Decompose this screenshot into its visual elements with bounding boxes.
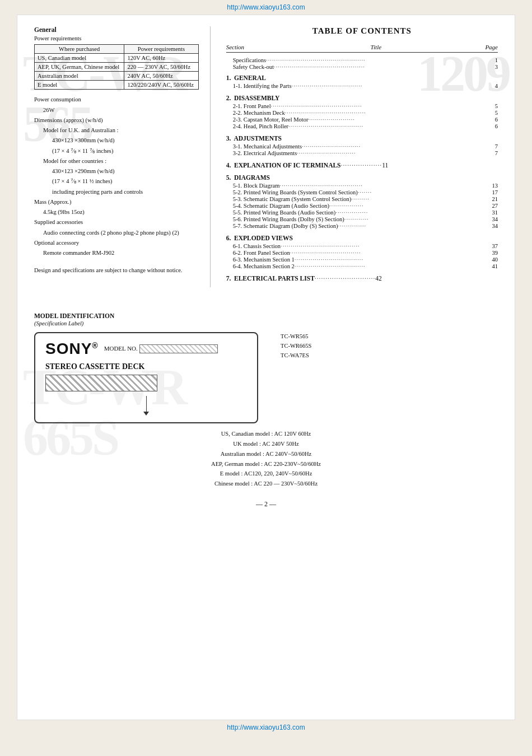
toc-item: 5-2. Printed Wiring Boards (System Contr…	[226, 189, 498, 195]
toc-item-label: 2-3. Capstan Motor, Reel Motor	[233, 116, 309, 123]
toc-item-label: 5-4. Schematic Diagram (Audio Section)	[233, 203, 329, 209]
spec-list-item: Australian model : AC 240V~50/60Hz	[34, 449, 498, 459]
toc-item: 2-3. Capstan Motor, Reel Motor ·········…	[226, 116, 498, 123]
dim-other-val2: (17 × 4 ⁷⁄₈ × 11 ½ inches)	[34, 177, 199, 186]
toc-section-number: 6.	[226, 235, 231, 241]
toc-item: 6-1. Chassis Section ···················…	[226, 243, 498, 249]
toc-item-page: 37	[487, 243, 498, 249]
power-req-heading: Power requirements	[34, 34, 199, 43]
toc-item-dots: ·················	[329, 203, 487, 209]
toc-section-number: 5.	[226, 174, 231, 181]
dim-other-label: Model for other countries :	[34, 157, 199, 166]
toc-section-number: 3.	[226, 135, 231, 142]
barcode-box	[45, 375, 157, 391]
toc-item-dots: ········································…	[279, 183, 487, 189]
toc-section-page: 11	[382, 162, 388, 169]
spec-list-item: UK model : AC 240V 50Hz	[34, 439, 498, 449]
toc-item-dots: ··············	[338, 223, 487, 229]
model-id-subtitle: (Specification Label)	[34, 320, 498, 326]
table-cell: AEP, UK, German, Chinese model	[35, 63, 124, 72]
model-box: SONY® MODEL NO. STEREO CASSETTE DECK	[34, 332, 258, 423]
toc-item: 5-1. Block Diagram······················…	[226, 183, 498, 189]
dim-note: including projecting parts and controls	[34, 188, 199, 197]
toc-item-page: 40	[487, 256, 498, 263]
table-cell: 120/220/240V AC, 50/60Hz	[124, 81, 198, 90]
toc-section: 3. ADJUSTMENTS3-1. Mechanical Adjustment…	[226, 135, 498, 156]
model-variant-item: TC-WA7ES	[281, 351, 311, 361]
toc-section-header: 2. DISASSEMBLY	[226, 95, 498, 101]
toc-item-label: 5-3. Schematic Diagram (System Control S…	[233, 196, 352, 202]
toc-item-label: 5-6. Printed Wiring Boards (Dolby (S) Se…	[233, 216, 344, 222]
optional-label: Optional accessory	[34, 239, 199, 248]
model-variant-item: TC-WR565	[281, 332, 311, 342]
toc-section: 4. EXPLANATION OF IC TERMINALS··········…	[226, 162, 498, 169]
toc-entry-page: 1	[487, 57, 498, 63]
toc-col-title: Title	[271, 44, 481, 50]
toc-section: 6. EXPLODED VIEWS6-1. Chassis Section ··…	[226, 235, 498, 269]
toc-section-number: 7.	[226, 275, 231, 282]
model-variant-item: TC-WR665S	[281, 342, 311, 351]
toc-item: 3-1. Mechanical Adjustments·············…	[226, 143, 498, 150]
toc-item-page: 39	[487, 250, 498, 256]
toc-header-row: Section Title Page	[226, 44, 498, 53]
table-cell: Australian model	[35, 72, 124, 81]
left-column: General Power requirements Where purchas…	[34, 26, 211, 287]
toc-section-header: 1. GENERAL	[226, 74, 498, 81]
toc-item: 5-3. Schematic Diagram (System Control S…	[226, 196, 498, 202]
toc-section-title: ELECTRICAL PARTS LIST	[234, 275, 315, 282]
model-id-section: MODEL IDENTIFICATION (Specification Labe…	[34, 304, 498, 489]
table-cell: US, Canadian model	[35, 54, 124, 63]
toc-item-dots: ·········	[351, 196, 487, 202]
toc-section-title: GENERAL	[234, 74, 266, 81]
toc-item-dots: ················	[335, 209, 487, 216]
model-spec-list: US, Canadian model : AC 120V 60HzUK mode…	[34, 429, 498, 489]
toc-section-title: DIAGRAMS	[234, 174, 270, 181]
toc-section-title: DISASSEMBLY	[234, 95, 279, 101]
spec-list-item: E model : AC120, 220, 240V~50/60Hz	[34, 469, 498, 479]
toc-item-page: 21	[487, 196, 498, 202]
spec-list-item: Chinese model : AC 220 — 230V~50/60Hz	[34, 479, 498, 489]
sony-r-mark: ®	[92, 341, 98, 350]
spec-list-item: AEP, German model : AC 220-230V~50/60Hz	[34, 459, 498, 469]
toc-item-page: 5	[487, 103, 498, 109]
toc-section-number: 4.	[226, 162, 231, 169]
toc-plain-entry: Specifications··························…	[226, 57, 498, 63]
table-cell: E model	[35, 81, 124, 90]
dimensions-label: Dimensions (approx) (w/h/d)	[34, 116, 199, 125]
toc-item-label: 6-1. Chassis Section	[233, 243, 281, 249]
toc-item-page: 34	[487, 223, 498, 229]
toc-item-label: 5-1. Block Diagram	[233, 183, 280, 189]
mass-val: 4.5kg (9lbs 15oz)	[34, 208, 199, 217]
toc-section-page: 42	[375, 275, 382, 282]
model-variants: TC-WR565TC-WR665STC-WA7ES	[281, 332, 311, 360]
toc-item: 2-4. Head, Pinch Roller·················…	[226, 123, 498, 129]
supplied-label: Supplied accessories	[34, 218, 199, 227]
toc-col-section: Section	[226, 44, 271, 50]
toc-section-dots: ···················	[341, 162, 382, 169]
toc-section-number: 1.	[226, 74, 231, 81]
toc-entry-label: Safety Check-out	[233, 64, 274, 70]
toc-item-label: 1-1. Identifying the Parts	[233, 83, 292, 89]
toc-item-dots: ·····························	[302, 143, 487, 150]
toc-section: 7. ELECTRICAL PARTS LIST················…	[226, 275, 498, 282]
power-table: Where purchased Power requirements US, C…	[34, 44, 199, 90]
arrow-vert	[146, 396, 147, 412]
toc-item: 5-6. Printed Wiring Boards (Dolby (S) Se…	[226, 216, 498, 222]
spec-list-item: US, Canadian model : AC 120V 60Hz	[34, 429, 498, 439]
sony-logo: SONY®	[45, 340, 99, 358]
arrow-head	[143, 412, 149, 416]
toc-item-dots: ···································	[295, 263, 487, 269]
toc-item-label: 3-2. Electrical Adjustments	[233, 150, 297, 156]
toc-section: 1. GENERAL1-1. Identifying the Parts ···…	[226, 74, 498, 89]
toc-section-header: 6. EXPLODED VIEWS	[226, 235, 498, 241]
toc-item-label: 2-1. Front Panel	[233, 103, 271, 109]
toc-item-label: 2-2. Mechanism Deck	[233, 110, 285, 116]
toc-item-page: 34	[487, 216, 498, 222]
toc-title: TABLE OF CONTENTS	[226, 26, 498, 36]
toc-item-page: 31	[487, 209, 498, 216]
model-no-label: MODEL NO.	[104, 344, 218, 353]
toc-section-header: 3. ADJUSTMENTS	[226, 135, 498, 142]
dim-uk-val2: (17 × 4 ⁷⁄₈ × 11 ⁷⁄₈ inches)	[34, 147, 199, 156]
table-cell: 120V AC, 60Hz	[124, 54, 198, 63]
toc-item-dots: ·····························	[297, 150, 487, 156]
